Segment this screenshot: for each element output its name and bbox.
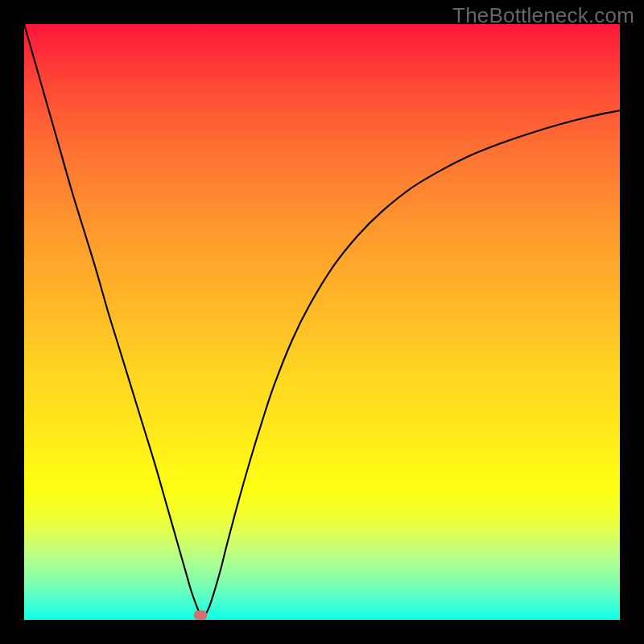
chart-svg [24, 24, 620, 620]
watermark-text: TheBottleneck.com [452, 3, 634, 28]
chart-plot-area [24, 24, 620, 620]
current-point-marker [194, 611, 207, 620]
bottleneck-curve [24, 24, 620, 618]
